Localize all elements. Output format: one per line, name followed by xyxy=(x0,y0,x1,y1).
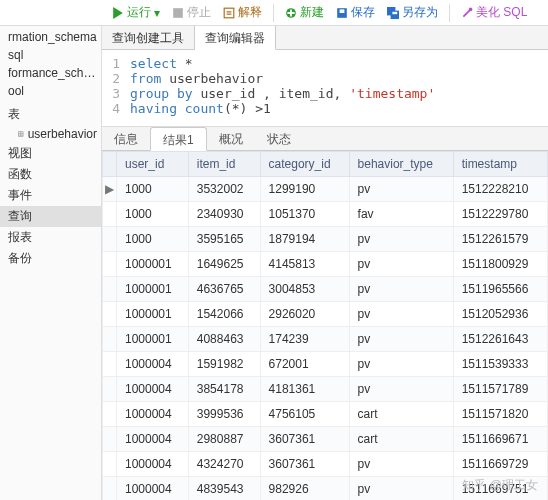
cell[interactable]: 4839543 xyxy=(188,477,260,501)
column-header[interactable]: behavior_type xyxy=(349,152,453,177)
cell[interactable]: 1000001 xyxy=(117,302,189,327)
table-row[interactable]: 100000115420662926020pv1512052936 xyxy=(103,302,548,327)
result-tab[interactable]: 结果1 xyxy=(150,127,207,151)
cell[interactable]: 4756105 xyxy=(260,402,349,427)
cell[interactable]: 1511539333 xyxy=(453,352,547,377)
cell[interactable]: 3999536 xyxy=(188,402,260,427)
cell[interactable]: 1511669751 xyxy=(453,477,547,501)
sidebar-item[interactable]: 表 xyxy=(0,104,101,125)
cell[interactable]: 1000001 xyxy=(117,277,189,302)
cell[interactable]: 1000004 xyxy=(117,452,189,477)
cell[interactable]: 3854178 xyxy=(188,377,260,402)
cell[interactable]: pv xyxy=(349,327,453,352)
cell[interactable]: 1000 xyxy=(117,227,189,252)
cell[interactable]: 1000001 xyxy=(117,252,189,277)
cell[interactable]: 1000004 xyxy=(117,377,189,402)
sidebar-item[interactable]: 查询 xyxy=(0,206,101,227)
cell[interactable]: 4324270 xyxy=(188,452,260,477)
new-button[interactable]: 新建 xyxy=(281,3,328,22)
cell[interactable]: 1511800929 xyxy=(453,252,547,277)
cell[interactable]: 1512052936 xyxy=(453,302,547,327)
cell[interactable]: cart xyxy=(349,402,453,427)
sidebar-item[interactable]: sql xyxy=(0,46,101,64)
cell[interactable]: 1000004 xyxy=(117,477,189,501)
cell[interactable]: 1299190 xyxy=(260,177,349,202)
sidebar-item[interactable]: 事件 xyxy=(0,185,101,206)
explain-button[interactable]: 解释 xyxy=(219,3,266,22)
cell[interactable]: 3532002 xyxy=(188,177,260,202)
cell[interactable]: 1511571789 xyxy=(453,377,547,402)
cell[interactable]: 2926020 xyxy=(260,302,349,327)
cell[interactable]: pv xyxy=(349,277,453,302)
cell[interactable]: 3004853 xyxy=(260,277,349,302)
code-line[interactable]: having count(*) >1 xyxy=(130,101,271,116)
cell[interactable]: 4088463 xyxy=(188,327,260,352)
cell[interactable]: pv xyxy=(349,177,453,202)
cell[interactable]: 1511965566 xyxy=(453,277,547,302)
cell[interactable]: 1649625 xyxy=(188,252,260,277)
table-row[interactable]: 100000439995364756105cart1511571820 xyxy=(103,402,548,427)
cell[interactable]: 1512261643 xyxy=(453,327,547,352)
column-header[interactable]: user_id xyxy=(117,152,189,177)
cell[interactable]: 1542066 xyxy=(188,302,260,327)
cell[interactable]: 1511669671 xyxy=(453,427,547,452)
sidebar-item[interactable]: ool xyxy=(0,82,101,100)
cell[interactable]: 1000004 xyxy=(117,402,189,427)
cell[interactable]: 3607361 xyxy=(260,427,349,452)
save-as-button[interactable]: 另存为 xyxy=(383,3,442,22)
cell[interactable]: 1051370 xyxy=(260,202,349,227)
cell[interactable]: pv xyxy=(349,452,453,477)
table-row[interactable]: 100000429808873607361cart1511669671 xyxy=(103,427,548,452)
sidebar-item[interactable]: 报表 xyxy=(0,227,101,248)
table-row[interactable]: 100035951651879194pv1512261579 xyxy=(103,227,548,252)
cell[interactable]: 1512229780 xyxy=(453,202,547,227)
cell[interactable]: cart xyxy=(349,427,453,452)
table-row[interactable]: 100023409301051370fav1512229780 xyxy=(103,202,548,227)
cell[interactable]: 4636765 xyxy=(188,277,260,302)
table-row[interactable]: ▶100035320021299190pv1512228210 xyxy=(103,177,548,202)
column-header[interactable]: item_id xyxy=(188,152,260,177)
cell[interactable]: 1512228210 xyxy=(453,177,547,202)
sidebar-item[interactable]: 备份 xyxy=(0,248,101,269)
result-tab[interactable]: 概况 xyxy=(207,127,255,150)
run-button[interactable]: 运行 ▾ xyxy=(108,3,164,22)
cell[interactable]: pv xyxy=(349,377,453,402)
cell[interactable]: 3595165 xyxy=(188,227,260,252)
column-header[interactable]: timestamp xyxy=(453,152,547,177)
code-line[interactable]: group by user_id , item_id, 'timestamp' xyxy=(130,86,435,101)
table-row[interactable]: 100000438541784181361pv1511571789 xyxy=(103,377,548,402)
cell[interactable]: 3607361 xyxy=(260,452,349,477)
table-row[interactable]: 100000443242703607361pv1511669729 xyxy=(103,452,548,477)
cell[interactable]: 4145813 xyxy=(260,252,349,277)
sidebar-item[interactable]: 视图 xyxy=(0,143,101,164)
cell[interactable]: 1000004 xyxy=(117,352,189,377)
code-line[interactable]: select * xyxy=(130,56,193,71)
cell[interactable]: 4181361 xyxy=(260,377,349,402)
cell[interactable]: 174239 xyxy=(260,327,349,352)
cell[interactable]: 1511571820 xyxy=(453,402,547,427)
save-button[interactable]: 保存 xyxy=(332,3,379,22)
cell[interactable]: 2980887 xyxy=(188,427,260,452)
cell[interactable]: 982926 xyxy=(260,477,349,501)
cell[interactable]: 2340930 xyxy=(188,202,260,227)
cell[interactable]: pv xyxy=(349,477,453,501)
sidebar-item[interactable]: formance_schema xyxy=(0,64,101,82)
cell[interactable]: 1000 xyxy=(117,177,189,202)
cell[interactable]: 1000001 xyxy=(117,327,189,352)
cell[interactable]: pv xyxy=(349,252,453,277)
cell[interactable]: 1879194 xyxy=(260,227,349,252)
main-tab[interactable]: 查询创建工具 xyxy=(102,26,195,49)
sidebar-item[interactable]: 函数 xyxy=(0,164,101,185)
main-tab[interactable]: 查询编辑器 xyxy=(195,26,276,50)
table-row[interactable]: 100000116496254145813pv1511800929 xyxy=(103,252,548,277)
code-line[interactable]: from userbehavior xyxy=(130,71,263,86)
beautify-button[interactable]: 美化 SQL xyxy=(457,3,531,22)
cell[interactable]: fav xyxy=(349,202,453,227)
sidebar-item[interactable]: userbehavior xyxy=(0,125,101,143)
cell[interactable]: pv xyxy=(349,302,453,327)
cell[interactable]: 1512261579 xyxy=(453,227,547,252)
result-tab[interactable]: 信息 xyxy=(102,127,150,150)
table-row[interactable]: 100000146367653004853pv1511965566 xyxy=(103,277,548,302)
cell[interactable]: 1000 xyxy=(117,202,189,227)
cell[interactable]: 1591982 xyxy=(188,352,260,377)
